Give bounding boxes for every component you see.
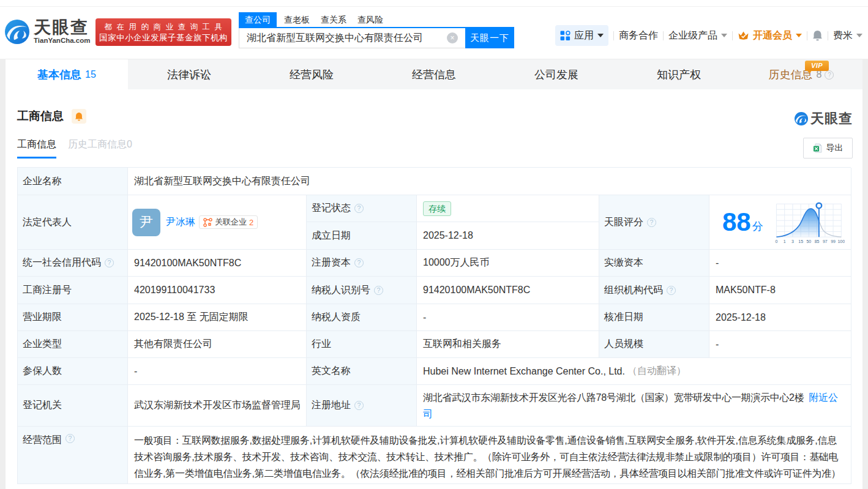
tab-label: 经营信息	[412, 67, 456, 82]
company-type-value: 其他有限责任公司	[128, 331, 307, 358]
vip-upgrade-menu[interactable]: 开通会员	[738, 29, 802, 42]
subtab-history-business-info[interactable]: 历史工商信息0	[68, 138, 132, 159]
tab-label: 知识产权	[657, 67, 701, 82]
search-tab-company[interactable]: 查公司	[239, 12, 277, 27]
svg-text:3: 3	[791, 239, 794, 244]
field-label: 法定代表人	[18, 195, 128, 250]
svg-text:97: 97	[823, 239, 828, 244]
field-label: 企业类型	[18, 331, 128, 358]
export-button[interactable]: 导出	[803, 138, 853, 159]
help-icon[interactable]	[647, 218, 656, 227]
reg-status-value: 存续	[417, 195, 599, 222]
field-label: 企业名称	[18, 168, 128, 195]
search-tab-risk[interactable]: 查风险	[357, 13, 383, 27]
legal-rep-avatar[interactable]: 尹	[132, 209, 160, 236]
field-label: 登记状态	[307, 195, 417, 222]
paid-capital-value: -	[709, 250, 851, 277]
search-tab-relation[interactable]: 查关系	[321, 13, 346, 27]
taxpayer-id-value: 91420100MAK50NTF8C	[417, 277, 599, 304]
business-term-value: 2025-12-18 至 无固定期限	[128, 304, 307, 331]
field-label: 注册地址	[307, 385, 417, 427]
field-label: 核准日期	[599, 304, 709, 331]
field-label: 行业	[307, 331, 417, 358]
main-content: 工商信息 天眼查 工商信息 历史工商信息0	[6, 89, 862, 489]
tab-operating-risk[interactable]: 经营风险	[250, 59, 373, 90]
slogan-line2: 国家中小企业发展子基金旗下机构	[95, 32, 231, 43]
help-icon[interactable]	[354, 258, 364, 267]
tianyancha-eye-icon	[795, 112, 808, 125]
help-icon[interactable]	[667, 286, 676, 295]
business-scope-value: 一般项目：互联网数据服务,数据处理服务,计算机软硬件及辅助设备批发,计算机软硬件…	[128, 427, 851, 484]
svg-text:99: 99	[831, 239, 836, 244]
score-unit: 分	[752, 219, 763, 234]
enterprise-menu[interactable]: 企业级产品	[668, 29, 727, 42]
score-cell[interactable]: 88 分	[709, 195, 851, 250]
username: 费米	[833, 29, 853, 42]
related-companies-badge[interactable]: 关联企业 2	[199, 215, 258, 229]
field-label: 纳税人资质	[307, 304, 417, 331]
insured-count-value: -	[128, 358, 307, 385]
field-label: 天眼评分	[599, 195, 709, 250]
svg-text:0: 0	[775, 239, 777, 244]
tab-intellectual-property[interactable]: 知识产权	[618, 59, 740, 90]
tab-history-info[interactable]: 历史信息 8 VIP	[740, 59, 862, 90]
slogan-line1: 都在用的商业查询工具	[95, 21, 231, 32]
field-label: 人员规模	[599, 331, 709, 358]
search-button[interactable]: 天眼一下	[465, 28, 514, 48]
apps-menu[interactable]: 应用	[555, 25, 608, 46]
brand-domain: TianYanCha.com	[34, 37, 90, 45]
help-icon[interactable]	[354, 401, 364, 410]
watermark-logo: 天眼查	[795, 110, 853, 128]
search-tab-boss[interactable]: 查老板	[284, 13, 310, 27]
section-header: 工商信息	[17, 108, 86, 124]
slogan-banner: 都在用的商业查询工具 国家中小企业发展子基金旗下机构	[95, 18, 231, 46]
notifications-button[interactable]	[812, 30, 823, 41]
subtab-label: 工商信息	[17, 139, 56, 149]
help-icon[interactable]	[354, 204, 364, 213]
help-icon[interactable]	[825, 70, 834, 80]
help-icon[interactable]	[374, 286, 383, 295]
english-name-value: Hubei New Internet Exchange Center Co., …	[417, 358, 851, 385]
help-icon[interactable]	[105, 258, 114, 267]
subtab-business-info[interactable]: 工商信息	[17, 138, 56, 159]
tianyancha-logo[interactable]: 天眼查 TianYanCha.com	[5, 19, 90, 45]
user-menu[interactable]: 费米	[833, 29, 862, 42]
tab-label: 经营风险	[290, 67, 334, 82]
taxpayer-quality-value: -	[417, 304, 599, 331]
search-input[interactable]	[239, 32, 435, 43]
tab-label: 基本信息	[37, 67, 81, 82]
search-module: 查公司 查老板 查关系 查风险 天眼一下	[239, 12, 514, 47]
field-label: 纳税人识别号	[307, 277, 417, 304]
watermark-text: 天眼查	[810, 110, 853, 128]
header-menu: 应用 商务合作 企业级产品 开通会员 费米	[555, 25, 862, 46]
tab-label: 法律诉讼	[167, 67, 211, 82]
clear-search-icon[interactable]	[447, 32, 458, 43]
subtab-label: 历史工商信息0	[68, 139, 132, 149]
tab-business-info[interactable]: 经营信息	[373, 59, 495, 90]
field-label: 英文名称	[307, 358, 417, 385]
help-icon[interactable]	[65, 434, 75, 443]
chevron-down-icon	[597, 34, 604, 37]
legal-rep-link[interactable]: 尹冰琳	[166, 216, 195, 229]
tab-basic-info[interactable]: 基本信息 15	[6, 59, 128, 90]
svg-text:1: 1	[783, 239, 785, 244]
staff-size-value: -	[709, 331, 851, 358]
field-label: 组织机构代码	[599, 277, 709, 304]
cooperation-link[interactable]: 商务合作	[619, 29, 658, 42]
tab-count: 15	[85, 69, 96, 80]
subscribe-bell-button[interactable]	[72, 109, 86, 124]
score-chart-axis: 013 155085 9799100	[775, 239, 845, 244]
menu-divider	[807, 31, 807, 40]
chevron-down-icon	[721, 34, 727, 37]
tab-legal-proceedings[interactable]: 法律诉讼	[128, 59, 250, 90]
bell-icon	[812, 30, 823, 41]
section-title: 工商信息	[17, 108, 64, 124]
tab-company-development[interactable]: 公司发展	[495, 59, 618, 90]
apps-grid-icon	[560, 31, 571, 41]
legal-rep-cell: 尹 尹冰琳 关联企业 2	[128, 195, 307, 250]
apps-label: 应用	[574, 29, 594, 42]
svg-text:15: 15	[798, 239, 803, 244]
brand-name: 天眼查	[34, 19, 90, 35]
org-code-value: MAK50NTF-8	[709, 277, 851, 304]
page-header: 天眼查 TianYanCha.com 都在用的商业查询工具 国家中小企业发展子基…	[0, 0, 868, 59]
